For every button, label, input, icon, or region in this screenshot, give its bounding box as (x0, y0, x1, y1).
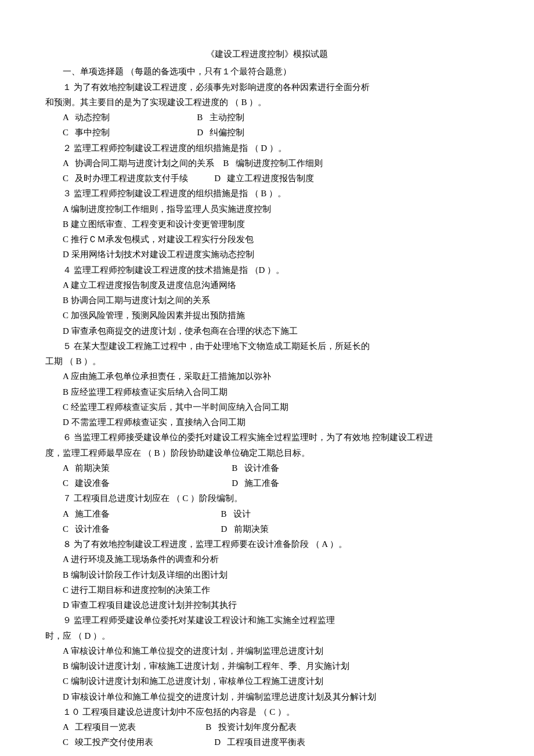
q3-a: A 编制进度控制工作细则，指导监理人员实施进度控制 (45, 201, 489, 217)
q3-stem: ３ 监理工程师控制建设工程进度的组织措施是指 （ B ）。 (45, 186, 489, 201)
q9-cont: 时，应 （ D ）。 (45, 628, 489, 643)
page-title: 《建设工程进度控制》模拟试题 (45, 46, 489, 62)
q8-b: B 编制设计阶段工作计划及详细的出图计划 (45, 567, 489, 582)
q4-stem: ４ 监理工程师控制建设工程进度的技术措施是指 （D ）。 (45, 262, 489, 278)
q8-c: C 进行工期目标和进度控制的决策工作 (45, 582, 489, 597)
q4-c: C 加强风险管理，预测风险因素并提出预防措施 (45, 308, 489, 323)
q5-stem: ５ 在某大型建设工程施工过程中，由于处理地下文物造成工期延长后，所延长的 (45, 339, 489, 354)
q9-c: C 编制设计进度计划和施工总进度计划，审核单位工程施工进度计划 (45, 674, 489, 689)
q8-d: D 审查工程项目建设总进度计划并控制其执行 (45, 597, 489, 613)
q6-row-cd: C 建设准备 D 施工准备 (45, 476, 489, 491)
q6-a: 前期决策 (75, 463, 110, 473)
q6-row-ab: A 前期决策 B 设计准备 (45, 460, 489, 476)
q3-b: B 建立图纸审查、工程变更和设计变更管理制度 (45, 217, 489, 232)
q7-a: 施工准备 (75, 509, 110, 519)
q7-b: 设计 (233, 509, 251, 519)
q7-stem: ７ 工程项目总进度计划应在 （ C ）阶段编制。 (45, 491, 489, 506)
q2-row-ab: A 协调合同工期与进度计划之间的关系 B 编制进度控制工作细则 (45, 156, 489, 171)
q1-stem: １ 为了有效地控制建设工程进度，必须事先对影响进度的各种因素进行全面分析 (45, 80, 489, 95)
q6-c: 建设准备 (75, 478, 110, 488)
q5-cont: 工期 （ B ）。 (45, 354, 489, 369)
q10-row-cd: C 竣工投产交付使用表 D 工程项目进度平衡表 (45, 735, 489, 750)
q6-d: 施工准备 (244, 478, 279, 488)
q10-stem: １０ 工程项目建设总进度计划中不应包括的内容是 （ C ）。 (45, 704, 489, 719)
q10-row-ab: A 工程项目一览表 B 投资计划年度分配表 (45, 719, 489, 735)
q8-a: A 进行环境及施工现场条件的调查和分析 (45, 552, 489, 567)
q1-a: 动态控制 (75, 113, 110, 122)
q5-d: D 不需监理工程师核查证实，直接纳入合同工期 (45, 415, 489, 430)
q6-b: 设计准备 (244, 463, 279, 473)
q2-row-cd: C 及时办理工程进度款支付手续 D 建立工程进度报告制度 (45, 171, 489, 186)
q2-c: 及时办理工程进度款支付手续 (75, 174, 188, 183)
q9-a: A 审核设计单位和施工单位提交的进度计划，并编制监理总进度计划 (45, 643, 489, 658)
q10-c: 竣工投产交付使用表 (75, 737, 153, 747)
q7-c: 设计准备 (75, 524, 110, 534)
q6-stem: ６ 当监理工程师接受建设单位的委托对建设工程实施全过程监理时，为了有效地 控制建… (45, 430, 489, 445)
q3-d: D 采用网络计划技术对建设工程进度实施动态控制 (45, 247, 489, 262)
q4-d: D 审查承包商提交的进度计划，使承包商在合理的状态下施工 (45, 323, 489, 339)
q5-b: B 应经监理工程师核查证实后纳入合同工期 (45, 384, 489, 399)
q6-cont: 度，监理工程师最早应在 （ B ）阶段协助建设单位确定工期总目标。 (45, 445, 489, 460)
q1-row-ab: A 动态控制 B 主动控制 (45, 110, 489, 125)
q4-b: B 协调合同工期与进度计划之间的关系 (45, 293, 489, 308)
q9-b: B 编制设计进度计划，审核施工进度计划，并编制工程年、季、月实施计划 (45, 658, 489, 674)
q2-a: 协调合同工期与进度计划之间的关系 (75, 159, 214, 168)
q3-c: C 推行ＣＭ承发包模式，对建设工程实行分段发包 (45, 232, 489, 247)
q10-b: 投资计划年度分配表 (218, 722, 297, 732)
q7-row-ab: A 施工准备 B 设计 (45, 506, 489, 521)
q5-c: C 经监理工程师核查证实后，其中一半时间应纳入合同工期 (45, 399, 489, 415)
q10-a: 工程项目一览表 (75, 722, 136, 732)
q9-stem: ９ 监理工程师受建设单位委托对某建设工程设计和施工实施全过程监理 (45, 613, 489, 628)
q4-a: A 建立工程进度报告制度及进度信息沟通网络 (45, 278, 489, 293)
q1-b: 主动控制 (210, 113, 244, 122)
q9-d: D 审核设计单位和施工单位提交的进度计划，并编制监理总进度计划及其分解计划 (45, 689, 489, 704)
q10-d: 工程项目进度平衡表 (227, 737, 305, 747)
q1-row-cd: C 事中控制 D 纠偏控制 (45, 125, 489, 140)
q2-stem: ２ 监理工程师控制建设工程进度的组织措施是指 （ D ）。 (45, 141, 489, 156)
section-1-heading: 一、单项选择题 （每题的备选项中，只有１个最符合题意） (45, 64, 489, 79)
q7-d: 前期决策 (234, 524, 269, 534)
q2-b: 编制进度控制工作细则 (236, 159, 323, 168)
q8-stem: ８ 为了有效地控制建设工程进度，监理工程师要在设计准备阶段 （ A ）。 (45, 537, 489, 552)
q7-row-cd: C 设计准备 D 前期决策 (45, 521, 489, 537)
q5-a: A 应由施工承包单位承担责任，采取赶工措施加以弥补 (45, 369, 489, 384)
q1-cont: 和预测。其主要目的是为了实现建设工程进度的 （ B ）。 (45, 95, 489, 110)
q1-d: 纠偏控制 (210, 128, 244, 137)
q2-d: 建立工程进度报告制度 (227, 174, 314, 183)
q1-c: 事中控制 (75, 128, 110, 137)
